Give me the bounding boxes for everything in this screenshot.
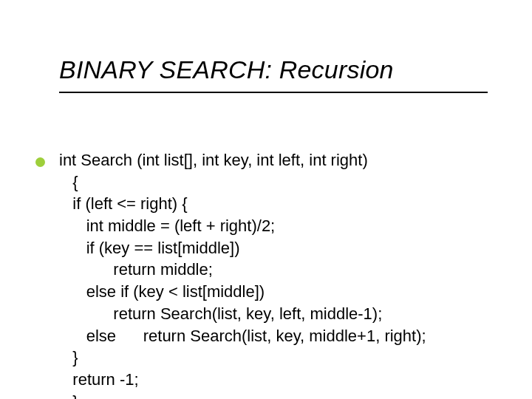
title-block: BINARY SEARCH: Recursion [59, 55, 488, 93]
title-underline [59, 92, 488, 93]
bullet-icon [35, 157, 45, 167]
slide: BINARY SEARCH: Recursion int Search (int… [0, 0, 532, 399]
code-block: int Search (int list[], int key, int lef… [59, 149, 488, 399]
slide-title: BINARY SEARCH: Recursion [59, 55, 488, 84]
